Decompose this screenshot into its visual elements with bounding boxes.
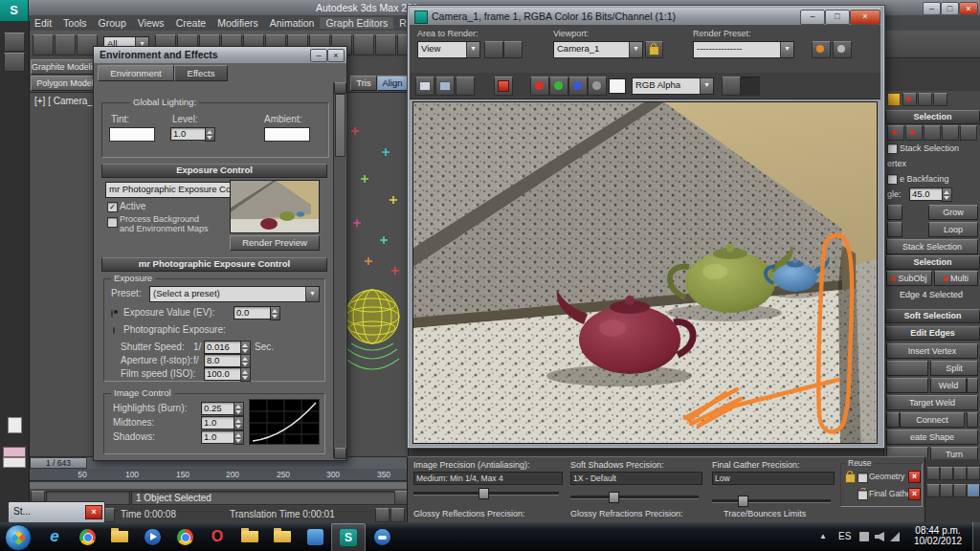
- toggle-ui-icon[interactable]: [722, 77, 741, 96]
- panel-icon[interactable]: [918, 93, 932, 106]
- aperture-spinner[interactable]: [240, 354, 251, 368]
- green-channel-icon[interactable]: [549, 77, 568, 96]
- show-desktop-button[interactable]: [972, 522, 980, 551]
- scroll-down-icon[interactable]: [334, 448, 346, 459]
- taskbar-folder2-icon[interactable]: [234, 523, 266, 550]
- ev-spinner[interactable]: [270, 306, 280, 320]
- panel-stub-button[interactable]: [886, 412, 900, 428]
- link-icon[interactable]: [4, 33, 25, 52]
- tray-volume-icon[interactable]: [875, 532, 884, 541]
- taskbar-ie-icon[interactable]: e: [38, 523, 71, 550]
- viewport-dropdown[interactable]: Camera_1 ▾: [553, 41, 643, 58]
- menu-modifiers[interactable]: Modifiers: [212, 17, 264, 29]
- create-shape-button[interactable]: eate Shape: [886, 430, 978, 445]
- language-indicator[interactable]: ES: [838, 531, 851, 541]
- mono-channel-icon[interactable]: [588, 77, 607, 96]
- split-button[interactable]: Split: [930, 361, 978, 376]
- grid-icon[interactable]: [390, 508, 405, 522]
- image-precision-slider[interactable]: [413, 492, 559, 496]
- toolbar-icon[interactable]: [353, 34, 374, 55]
- env-close-button[interactable]: ×: [327, 49, 345, 62]
- mini-window-close-button[interactable]: ×: [85, 505, 102, 519]
- backfacing-checkbox[interactable]: [887, 174, 898, 185]
- exposure-control-rollout[interactable]: Exposure Control: [101, 164, 327, 178]
- toolbar-icon[interactable]: [375, 34, 396, 55]
- taskbar-chrome-icon[interactable]: [71, 523, 103, 550]
- red-channel-icon[interactable]: [530, 77, 549, 96]
- clear-image-icon[interactable]: [494, 77, 513, 96]
- viewport-lock-button[interactable]: [645, 41, 663, 58]
- level-spinner[interactable]: [205, 127, 215, 142]
- background-color-swatch[interactable]: [609, 78, 626, 94]
- mr-exposure-rollout[interactable]: mr Photographic Exposure Control: [101, 257, 327, 272]
- render-close-button[interactable]: ×: [850, 10, 880, 25]
- multi-button[interactable]: Multi: [934, 271, 978, 286]
- aperture-field[interactable]: 8.0: [204, 354, 244, 367]
- tab-effects[interactable]: Effects: [174, 65, 228, 81]
- weld-settings-button[interactable]: [967, 378, 978, 393]
- connect-settings-button[interactable]: [967, 412, 978, 428]
- scroll-up-icon[interactable]: [334, 82, 346, 94]
- geometry-checkbox[interactable]: [858, 473, 868, 483]
- unlink-icon[interactable]: [4, 53, 25, 72]
- final-gather-checkbox[interactable]: [858, 490, 868, 500]
- ribbon-tab-graphite-modeling[interactable]: Graphite Modelin: [31, 59, 94, 75]
- auto-region-icon[interactable]: [503, 41, 523, 58]
- menu-graph-editors[interactable]: Graph Editors: [320, 17, 393, 29]
- mini-listener-strip2[interactable]: [3, 457, 26, 468]
- panel-icon[interactable]: [933, 93, 947, 106]
- align-button[interactable]: Align: [377, 76, 408, 91]
- nav-icon[interactable]: [940, 467, 953, 480]
- final-gather-slider[interactable]: [712, 499, 831, 503]
- toolbar-icon[interactable]: [55, 34, 76, 55]
- render-frame-window[interactable]: Camera_1, frame 1, RGBA Color 16 Bits/Ch…: [407, 5, 885, 449]
- mini-listener-strip[interactable]: [3, 447, 26, 457]
- preset-dropdown[interactable]: (Select a preset) ▾: [149, 286, 320, 302]
- clone-image-icon[interactable]: [435, 77, 455, 96]
- channel-display-dropdown[interactable]: RGB Alpha ▾: [632, 77, 714, 95]
- main-close-button[interactable]: ×: [959, 2, 978, 15]
- ev-radio[interactable]: [111, 307, 113, 320]
- edit-region-icon[interactable]: [484, 41, 503, 58]
- render-window-titlebar[interactable]: Camera_1, frame 1, RGBA Color 16 Bits/Ch…: [410, 8, 880, 25]
- render-preset-dropdown[interactable]: --------------- ▾: [693, 41, 794, 58]
- print-image-icon[interactable]: [456, 77, 475, 96]
- track-bar[interactable]: 50 100 150 200 250 300 350: [29, 469, 407, 481]
- target-weld-button[interactable]: Target Weld: [886, 395, 978, 410]
- capture-app-logo[interactable]: S: [0, 0, 29, 22]
- panel-icon[interactable]: [902, 93, 917, 106]
- clear-final-gather-button[interactable]: ×: [908, 488, 921, 500]
- angle-spinner[interactable]: [942, 187, 952, 202]
- render-minimize-button[interactable]: –: [800, 10, 825, 25]
- insert-vertex-button[interactable]: Insert Vertex: [886, 343, 978, 359]
- subobject-icon[interactable]: [924, 125, 941, 141]
- soft-selection-rollout[interactable]: Soft Selection: [885, 309, 980, 323]
- env-dialog-scrollbar[interactable]: [333, 82, 345, 458]
- process-background-checkbox[interactable]: [107, 217, 118, 228]
- midtones-field[interactable]: 1.0: [201, 416, 237, 430]
- tint-swatch[interactable]: [109, 127, 155, 142]
- grow-button[interactable]: Grow: [928, 205, 978, 220]
- taskbar-folder-icon[interactable]: [103, 523, 136, 550]
- mini-window[interactable]: St... ×: [8, 501, 105, 523]
- stack-selection-checkbox[interactable]: [887, 143, 898, 154]
- menu-create[interactable]: Create: [170, 17, 212, 29]
- tray-battery-icon[interactable]: [859, 532, 869, 541]
- tab-environment[interactable]: Environment: [98, 65, 174, 81]
- clear-geometry-button[interactable]: ×: [908, 471, 921, 483]
- blue-channel-icon[interactable]: [568, 77, 588, 96]
- start-button[interactable]: [5, 524, 32, 551]
- geometry-lock-icon[interactable]: [845, 474, 856, 483]
- shadows-field[interactable]: 1.0: [201, 430, 237, 444]
- shutter-field[interactable]: 0.016: [204, 341, 244, 354]
- subobject-icon[interactable]: [905, 125, 923, 141]
- photographic-radio[interactable]: [113, 324, 115, 337]
- loop-button[interactable]: Loop: [928, 222, 978, 237]
- status-icon[interactable]: [394, 491, 408, 505]
- nav-icon[interactable]: [940, 484, 953, 497]
- tris-button[interactable]: Tris: [350, 76, 377, 91]
- area-to-render-dropdown[interactable]: View ▾: [417, 41, 480, 58]
- main-minimize-button[interactable]: –: [923, 2, 941, 15]
- ambient-swatch[interactable]: [264, 127, 310, 142]
- env-dialog-titlebar[interactable]: Environment and Effects – ×: [94, 47, 346, 63]
